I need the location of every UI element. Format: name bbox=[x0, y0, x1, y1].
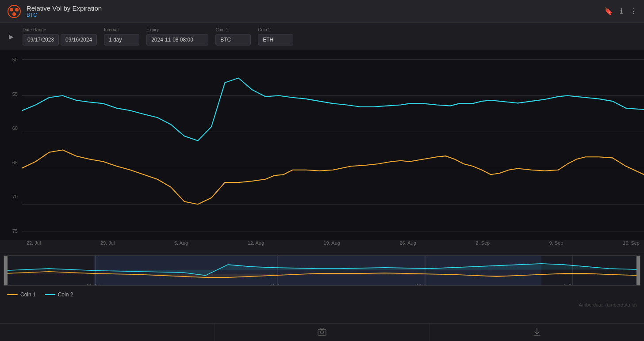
x-label-16sep: 16. Sep bbox=[623, 240, 640, 246]
x-label-29jul: 29. Jul bbox=[100, 240, 115, 246]
y-label-50: 50 bbox=[12, 57, 18, 62]
legend-coin2-label: Coin 2 bbox=[58, 292, 73, 298]
expiry-label: Expiry bbox=[146, 27, 208, 32]
y-axis: 75 70 65 60 55 50 bbox=[0, 55, 20, 236]
legend: Coin 1 Coin 2 bbox=[0, 288, 644, 301]
camera-icon[interactable] bbox=[318, 328, 326, 337]
mini-handle-left[interactable] bbox=[4, 256, 8, 285]
header-left: Relative Vol by Expiration BTC bbox=[7, 4, 102, 19]
menu-icon[interactable]: ⋮ bbox=[630, 7, 637, 15]
x-label-19aug: 19. Aug bbox=[324, 240, 340, 246]
attribution: Amberdata, (amberdata.io) bbox=[0, 301, 644, 309]
page-title: Relative Vol by Expiration bbox=[27, 4, 102, 12]
expiry-group: Expiry 2024-11-08 08:00 bbox=[146, 27, 208, 45]
mini-chart-section: 29. Jul 12. Aug 26. Aug 9. Sep bbox=[0, 253, 644, 288]
x-label-5aug: 5. Aug bbox=[174, 240, 188, 246]
y-label-75: 75 bbox=[12, 228, 18, 234]
interval-select[interactable]: 1 day bbox=[104, 34, 139, 45]
legend-coin1-line bbox=[7, 294, 18, 295]
header-right: 🔖 ℹ ⋮ bbox=[604, 7, 637, 15]
y-label-70: 70 bbox=[12, 194, 18, 199]
svg-point-2 bbox=[15, 8, 19, 11]
y-label-65: 65 bbox=[12, 160, 18, 165]
legend-coin1: Coin 1 bbox=[7, 292, 36, 298]
mini-handle-right[interactable] bbox=[636, 256, 640, 285]
svg-point-1 bbox=[10, 8, 13, 11]
x-label-26aug: 26. Aug bbox=[399, 240, 416, 246]
coin1-group: Coin 1 BTC bbox=[215, 27, 251, 45]
mini-label-29jul: 29. Jul bbox=[87, 284, 100, 286]
bottom-section-download[interactable] bbox=[429, 324, 644, 341]
coin2-select[interactable]: ETH bbox=[258, 34, 293, 45]
svg-rect-22 bbox=[321, 328, 323, 330]
coin1-label: Coin 1 bbox=[215, 27, 251, 32]
x-label-2sep: 2. Sep bbox=[475, 240, 490, 246]
coin2-label: Coin 2 bbox=[258, 27, 293, 32]
download-icon[interactable] bbox=[533, 327, 541, 338]
date-start-input[interactable]: 09/17/2023 bbox=[23, 34, 59, 45]
legend-coin1-label: Coin 1 bbox=[20, 292, 36, 298]
bottom-section-camera[interactable] bbox=[215, 324, 430, 341]
bookmark-icon[interactable]: 🔖 bbox=[604, 7, 613, 15]
mini-label-9sep: 9. Sep bbox=[564, 284, 576, 286]
title-block: Relative Vol by Expiration BTC bbox=[27, 4, 102, 18]
interval-group: Interval 1 day bbox=[104, 27, 139, 45]
expiry-select[interactable]: 2024-11-08 08:00 bbox=[146, 34, 208, 45]
svg-rect-20 bbox=[318, 330, 326, 335]
main-chart-area: 75 70 65 60 55 50 22. Jul 29. Jul 5. Aug… bbox=[0, 50, 644, 240]
page-subtitle: BTC bbox=[27, 12, 102, 18]
app-logo bbox=[7, 4, 21, 19]
x-label-9sep: 9. Sep bbox=[549, 240, 564, 246]
x-label-22jul: 22. Jul bbox=[27, 240, 41, 246]
date-range-group: Date Range 09/17/2023 09/16/2024 bbox=[23, 27, 97, 45]
coin2-group: Coin 2 ETH bbox=[258, 27, 293, 45]
mini-label-12aug: 12. Aug bbox=[270, 284, 285, 286]
interval-label: Interval bbox=[104, 27, 139, 32]
legend-coin2: Coin 2 bbox=[45, 292, 73, 298]
svg-point-3 bbox=[12, 12, 16, 16]
info-icon[interactable]: ℹ bbox=[620, 7, 623, 15]
svg-point-21 bbox=[321, 331, 324, 334]
x-axis: 22. Jul 29. Jul 5. Aug 12. Aug 19. Aug 2… bbox=[22, 240, 644, 246]
header: Relative Vol by Expiration BTC 🔖 ℹ ⋮ bbox=[0, 0, 644, 23]
sidebar-toggle[interactable]: ▶ bbox=[7, 31, 15, 42]
bottom-bar bbox=[0, 323, 644, 341]
controls-bar: ▶ Date Range 09/17/2023 09/16/2024 Inter… bbox=[0, 23, 644, 50]
coin1-select[interactable]: BTC bbox=[215, 34, 251, 45]
y-label-55: 55 bbox=[12, 91, 18, 97]
y-label-60: 60 bbox=[12, 125, 18, 131]
bottom-section-left bbox=[0, 324, 215, 341]
footer-text: Amberdata, (amberdata.io) bbox=[579, 302, 637, 307]
date-range-label: Date Range bbox=[23, 27, 97, 32]
chart-canvas: 22. Jul 29. Jul 5. Aug 12. Aug 19. Aug 2… bbox=[22, 55, 644, 236]
mini-chart-wrap: 29. Jul 12. Aug 26. Aug 9. Sep bbox=[4, 255, 640, 286]
date-end-input[interactable]: 09/16/2024 bbox=[61, 34, 97, 45]
mini-chart-svg bbox=[4, 256, 640, 285]
mini-label-26aug: 26. Aug bbox=[416, 284, 431, 286]
x-label-12aug: 12. Aug bbox=[248, 240, 264, 246]
chart-svg bbox=[22, 55, 644, 236]
legend-coin2-line bbox=[45, 294, 55, 295]
